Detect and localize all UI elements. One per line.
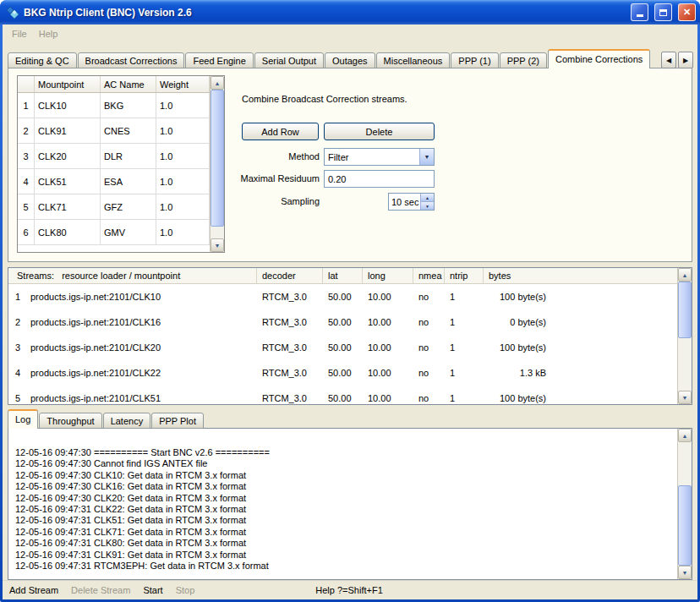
header-ntrip[interactable]: ntrip <box>445 268 484 283</box>
app-window: BKG Ntrip Client (BNC) Version 2.6 ✕ Fil… <box>0 0 700 602</box>
tab-ppp-2[interactable]: PPP (2) <box>500 52 547 68</box>
minimize-button[interactable] <box>631 3 648 21</box>
method-dropdown[interactable]: Filter ▼ <box>324 148 435 166</box>
cell-ac-name[interactable]: DLR <box>101 144 156 168</box>
cell-decoder: RTCM_3.0 <box>257 292 323 302</box>
cell-nmea: no <box>413 342 445 353</box>
cell-nmea: no <box>413 368 445 378</box>
stream-row[interactable]: 2 products.igs-ip.net:2101/CLK16 RTCM_3.… <box>8 309 677 335</box>
scroll-up-button[interactable]: ▲ <box>211 76 224 90</box>
scrollbar-track[interactable] <box>678 442 692 566</box>
add-stream-action[interactable]: Add Stream <box>9 585 58 595</box>
header-long[interactable]: long <box>363 268 413 283</box>
table-row[interactable]: 3 CLK20 DLR 1.0 <box>18 144 210 169</box>
table-row[interactable]: 5 CLK71 GFZ 1.0 <box>18 194 210 220</box>
cell-long: 10.00 <box>363 292 413 302</box>
minimize-icon <box>637 14 643 17</box>
cell-ac-name[interactable]: BKG <box>101 93 156 118</box>
cell-decoder: RTCM_3.0 <box>257 317 323 327</box>
scroll-down-button[interactable]: ▼ <box>678 566 692 579</box>
cell-weight[interactable]: 1.0 <box>156 220 210 244</box>
cell-mountpoint[interactable]: CLK71 <box>35 194 101 219</box>
menu-file[interactable]: File <box>6 27 33 41</box>
delete-stream-action[interactable]: Delete Stream <box>71 585 130 595</box>
tab-miscellaneous[interactable]: Miscellaneous <box>376 52 451 68</box>
tab-scroll-right-button[interactable]: ▶ <box>678 52 693 68</box>
menu-help[interactable]: Help <box>33 27 64 41</box>
spinner-buttons: ▲ ▼ <box>420 194 434 210</box>
header-bytes[interactable]: bytes <box>484 268 546 283</box>
cell-mountpoint[interactable]: CLK80 <box>35 220 101 244</box>
tab-feed-engine[interactable]: Feed Engine <box>185 52 253 68</box>
cell-ac-name[interactable]: GFZ <box>101 194 156 219</box>
header-nmea[interactable]: nmea <box>413 268 445 283</box>
scrollbar-track[interactable] <box>678 282 692 391</box>
close-button[interactable]: ✕ <box>678 3 696 21</box>
cell-ac-name[interactable]: ESA <box>101 169 156 194</box>
cell-weight[interactable]: 1.0 <box>156 118 210 143</box>
cell-mountpoint[interactable]: CLK51 <box>35 169 101 194</box>
log-content[interactable]: 12-05-16 09:47:30 ========== Start BNC v… <box>8 429 677 579</box>
spin-down-button[interactable]: ▼ <box>421 201 434 210</box>
cell-row-number: 5 <box>8 393 27 403</box>
statusbar: Add Stream Delete Stream Start Stop Help… <box>3 580 697 599</box>
scrollbar-thumb[interactable] <box>678 485 692 566</box>
header-streams-resource[interactable]: Streams: resource loader / mountpoint <box>8 268 257 283</box>
scroll-down-button[interactable]: ▼ <box>678 391 692 404</box>
maximize-button[interactable] <box>654 3 672 21</box>
stream-row[interactable]: 4 products.igs-ip.net:2101/CLK22 RTCM_3.… <box>8 360 677 386</box>
dropdown-arrow-icon[interactable]: ▼ <box>419 149 434 165</box>
tab-latency[interactable]: Latency <box>103 413 151 429</box>
maximal-residuum-input[interactable] <box>324 170 435 188</box>
header-mountpoint[interactable]: Mountpoint <box>35 76 101 92</box>
header-decoder[interactable]: decoder <box>257 268 323 283</box>
sampling-label: Sampling <box>193 193 320 211</box>
table-row[interactable]: 1 CLK10 BKG 1.0 <box>18 93 210 118</box>
tab-ppp-1[interactable]: PPP (1) <box>451 52 498 68</box>
tab-scroll-left-button[interactable]: ◀ <box>661 52 676 68</box>
method-value: Filter <box>325 152 419 162</box>
tab-serial-output[interactable]: Serial Output <box>254 52 324 68</box>
arrow-down-icon: ▼ <box>682 570 688 576</box>
cell-mountpoint[interactable]: CLK10 <box>35 93 101 118</box>
cell-row-number: 4 <box>18 169 35 194</box>
tab-log[interactable]: Log <box>8 409 38 429</box>
scroll-down-button[interactable]: ▼ <box>211 238 224 252</box>
add-row-button[interactable]: Add Row <box>242 123 319 140</box>
stop-action[interactable]: Stop <box>176 585 195 595</box>
delete-button[interactable]: Delete <box>324 123 435 140</box>
combine-table-body: Mountpoint AC Name Weight 1 CLK10 BKG 1.… <box>18 76 210 252</box>
scroll-up-button[interactable]: ▲ <box>678 268 692 282</box>
cell-row-number: 6 <box>18 220 35 244</box>
table-row[interactable]: 4 CLK51 ESA 1.0 <box>18 169 210 194</box>
scrollbar-thumb[interactable] <box>678 282 692 338</box>
table-row[interactable]: 2 CLK91 CNES 1.0 <box>18 118 210 144</box>
cell-ntrip: 1 <box>445 342 484 353</box>
tab-ppp-plot[interactable]: PPP Plot <box>151 413 204 429</box>
tab-editing-qc[interactable]: Editing & QC <box>8 52 77 68</box>
tab-combine-corrections[interactable]: Combine Corrections <box>548 49 650 68</box>
header-ac-name[interactable]: AC Name <box>101 76 156 92</box>
tab-broadcast-corrections[interactable]: Broadcast Corrections <box>78 52 185 68</box>
cell-ac-name[interactable]: CNES <box>101 118 156 143</box>
cell-ac-name[interactable]: GMV <box>101 220 156 244</box>
log-line: 12-05-16 09:47:31 RTCM3EPH: Get data in … <box>15 561 674 572</box>
table-row[interactable]: 6 CLK80 GMV 1.0 <box>18 220 210 245</box>
tab-outages[interactable]: Outages <box>325 52 375 68</box>
cell-weight[interactable]: 1.0 <box>156 93 210 118</box>
streams-scrollbar[interactable]: ▲ ▼ <box>677 268 692 404</box>
cell-mountpoint[interactable]: CLK91 <box>35 118 101 143</box>
tab-throughput[interactable]: Throughput <box>39 413 101 429</box>
header-weight[interactable]: Weight <box>156 76 210 92</box>
stream-row[interactable]: 1 products.igs-ip.net:2101/CLK10 RTCM_3.… <box>8 284 677 309</box>
log-scrollbar[interactable]: ▲ ▼ <box>677 429 692 579</box>
stream-row[interactable]: 5 products.igs-ip.net:2101/CLK51 RTCM_3.… <box>8 386 677 404</box>
header-lat[interactable]: lat <box>323 268 363 283</box>
spin-up-button[interactable]: ▲ <box>421 194 434 201</box>
cell-resource: products.igs-ip.net:2101/CLK20 <box>27 342 257 353</box>
start-action[interactable]: Start <box>143 585 162 595</box>
cell-mountpoint[interactable]: CLK20 <box>35 144 101 168</box>
stream-row[interactable]: 3 products.igs-ip.net:2101/CLK20 RTCM_3.… <box>8 335 677 360</box>
sampling-spinner[interactable]: 10 sec ▲ ▼ <box>388 193 435 211</box>
scroll-up-button[interactable]: ▲ <box>678 429 692 442</box>
